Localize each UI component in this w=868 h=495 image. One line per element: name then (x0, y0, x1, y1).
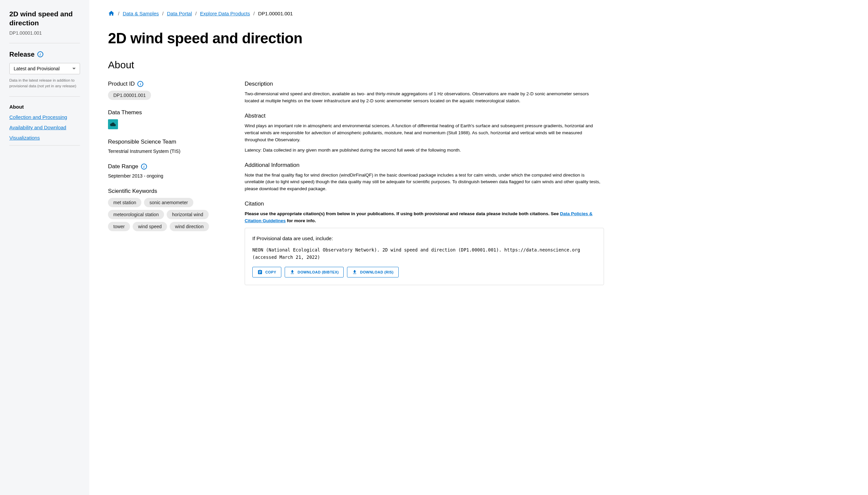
divider (9, 96, 80, 97)
product-id-chip: DP1.00001.001 (108, 91, 151, 100)
breadcrumb-sep: / (253, 11, 255, 16)
sidebar-nav: About Collection and Processing Availabi… (9, 104, 80, 140)
addl-info-label: Additional Information (245, 162, 604, 169)
breadcrumb-sep: / (162, 11, 164, 16)
divider (9, 43, 80, 43)
sidebar-item-availability[interactable]: Availability and Download (9, 124, 80, 130)
about-heading: About (108, 59, 604, 71)
info-icon[interactable]: i (141, 164, 147, 170)
product-id-label: Product ID (108, 81, 135, 87)
info-icon[interactable]: i (37, 51, 43, 57)
info-icon[interactable]: i (137, 81, 143, 87)
citation-intro-post: for more info. (286, 218, 316, 223)
keywords-list: met station sonic anemometer meteorologi… (108, 198, 231, 231)
breadcrumb-link[interactable]: Data & Samples (123, 11, 158, 16)
breadcrumb: / Data & Samples / Data Portal / Explore… (108, 10, 604, 17)
team-value: Terrestrial Instrument System (TIS) (108, 149, 231, 154)
release-select-value: Latest and Provisional (14, 66, 60, 71)
data-themes-label: Data Themes (108, 109, 142, 116)
keyword-chip[interactable]: wind speed (133, 222, 167, 231)
abstract-text: Wind plays an important role in atmosphe… (245, 123, 604, 143)
clipboard-icon (257, 270, 263, 275)
breadcrumb-sep: / (195, 11, 197, 16)
daterange-value: September 2013 - ongoing (108, 173, 231, 178)
keyword-chip[interactable]: horizontal wind (167, 210, 208, 219)
citation-intro: Please use the appropriate citation(s) f… (245, 210, 604, 224)
description-text: Two-dimensional wind speed and direction… (245, 91, 604, 105)
keyword-chip[interactable]: meteorological station (108, 210, 164, 219)
sidebar-subtitle: DP1.00001.001 (9, 30, 80, 36)
release-helper-text: Data in the latest release in addition t… (9, 78, 80, 89)
download-icon (290, 270, 295, 275)
download-bibtex-button[interactable]: DOWNLOAD (BIBTEX) (285, 267, 344, 277)
keyword-chip[interactable]: tower (108, 222, 130, 231)
citation-box-provisional: If Provisional data are used, include: N… (245, 228, 604, 285)
addl-info-text: Note that the final quality flag for win… (245, 172, 604, 193)
copy-button[interactable]: COPY (252, 267, 281, 277)
abstract-latency: Latency: Data collected in any given mon… (245, 147, 604, 154)
provisional-citation-text: NEON (National Ecological Observatory Ne… (252, 246, 596, 261)
about-left-column: Product ID i DP1.00001.001 Data Themes R… (108, 81, 231, 240)
atmosphere-theme-icon[interactable] (108, 119, 118, 129)
daterange-label: Date Range (108, 163, 138, 170)
about-right-column: Description Two-dimensional wind speed a… (245, 81, 604, 293)
sidebar-item-about[interactable]: About (9, 104, 80, 109)
download-ris-label: DOWNLOAD (RIS) (360, 270, 393, 274)
breadcrumb-sep: / (118, 11, 119, 16)
keyword-chip[interactable]: sonic anemometer (144, 198, 193, 207)
provisional-label: If Provisional data are used, include: (252, 236, 596, 241)
sidebar: 2D wind speed and direction DP1.00001.00… (0, 0, 89, 495)
download-ris-button[interactable]: DOWNLOAD (RIS) (347, 267, 398, 277)
download-icon (352, 270, 357, 275)
keywords-label: Scientific Keywords (108, 188, 157, 194)
keyword-chip[interactable]: wind direction (170, 222, 209, 231)
breadcrumb-current: DP1.00001.001 (258, 11, 293, 16)
page-title: 2D wind speed and direction (108, 30, 604, 47)
download-bibtex-label: DOWNLOAD (BIBTEX) (298, 270, 339, 274)
description-label: Description (245, 81, 604, 87)
home-icon[interactable] (108, 10, 115, 17)
citation-label: Citation (245, 201, 604, 207)
copy-button-label: COPY (265, 270, 276, 274)
main-content: / Data & Samples / Data Portal / Explore… (89, 0, 623, 495)
release-label: Release (9, 51, 35, 58)
sidebar-item-visualizations[interactable]: Visualizations (9, 135, 80, 140)
citation-intro-pre: Please use the appropriate citation(s) f… (245, 211, 560, 216)
keyword-chip[interactable]: met station (108, 198, 141, 207)
divider (9, 145, 80, 146)
sidebar-item-collection[interactable]: Collection and Processing (9, 114, 80, 120)
team-label: Responsible Science Team (108, 139, 176, 145)
breadcrumb-link[interactable]: Data Portal (167, 11, 192, 16)
release-select[interactable]: Latest and Provisional (9, 63, 80, 74)
breadcrumb-link[interactable]: Explore Data Products (200, 11, 250, 16)
abstract-label: Abstract (245, 113, 604, 119)
sidebar-title: 2D wind speed and direction (9, 9, 80, 28)
